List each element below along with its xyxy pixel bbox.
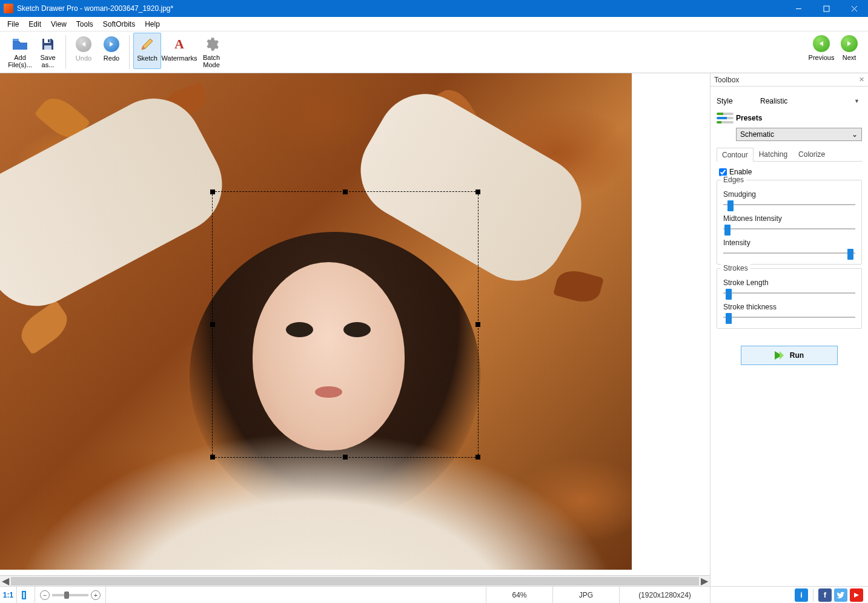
previous-button[interactable]: Previous [807, 33, 835, 69]
next-button[interactable]: Next [835, 33, 863, 69]
smudging-slider[interactable] [723, 200, 855, 209]
presets-dropdown[interactable]: Schematic ⌄ [736, 128, 862, 141]
scroll-right-button[interactable]: ▶ [699, 576, 710, 586]
presets-icon [717, 111, 734, 125]
toolbar: Add File(s)... Save as... Undo Redo Sket… [0, 31, 868, 73]
toolbox-header: Toolbox ✕ [711, 73, 868, 87]
redo-button[interactable]: Redo [98, 33, 125, 69]
edges-group: Edges Smudging Midtones Intensity Intens… [717, 180, 862, 265]
app-icon [4, 4, 13, 13]
selection-marquee[interactable] [212, 191, 479, 458]
run-button[interactable]: Run [741, 346, 838, 365]
window-title: Sketch Drawer Pro - woman-2003647_1920.j… [17, 4, 173, 13]
menu-tools[interactable]: Tools [71, 18, 98, 30]
handle-top-right[interactable] [475, 189, 480, 194]
watermarks-button[interactable]: A Watermarks [161, 33, 197, 69]
info-icon[interactable]: i [795, 588, 808, 602]
menubar: File Edit View Tools SoftOrbits Help [0, 17, 868, 31]
watermark-icon: A [171, 36, 188, 53]
pencil-icon [139, 36, 156, 53]
presets-label: Presets [736, 114, 762, 122]
stroke-thickness-slider[interactable] [723, 312, 855, 322]
canvas-area[interactable]: ◀ ▶ [0, 73, 711, 586]
zoom-in-button[interactable]: + [91, 590, 101, 600]
fit-to-window-icon[interactable] [22, 591, 26, 599]
minimize-button[interactable] [784, 0, 812, 17]
zoom-control: − + [35, 587, 106, 603]
twitter-icon[interactable] [834, 588, 847, 602]
add-files-button[interactable]: Add File(s)... [6, 33, 34, 69]
titlebar: Sketch Drawer Pro - woman-2003647_1920.j… [0, 0, 868, 17]
handle-bot-mid[interactable] [343, 455, 348, 460]
previous-icon [813, 35, 830, 52]
svg-rect-4 [13, 39, 19, 41]
svg-rect-7 [48, 39, 50, 42]
style-label: Style [717, 97, 747, 105]
batch-mode-button[interactable]: Batch Mode [197, 33, 225, 69]
scroll-track[interactable] [11, 576, 699, 586]
image-format: JPG [553, 587, 620, 603]
zoom-percent: 64% [486, 587, 553, 603]
strokes-group: Strokes Stroke Length Stroke thickness [717, 268, 862, 329]
handle-bot-right[interactable] [475, 455, 480, 460]
menu-softorbits[interactable]: SoftOrbits [98, 18, 140, 30]
sketch-button[interactable]: Sketch [133, 33, 161, 69]
statusbar: 1:1 − + 64% JPG (1920x1280x24) i f [0, 586, 868, 603]
run-arrow-icon [775, 351, 784, 360]
enable-checkbox[interactable]: Enable [719, 168, 862, 176]
folder-icon [12, 36, 28, 52]
gear-icon [203, 36, 220, 52]
settings-tabs: Contour Hatching Colorize [717, 147, 862, 162]
stroke-length-slider[interactable] [723, 288, 855, 298]
undo-button[interactable]: Undo [70, 33, 98, 69]
menu-help[interactable]: Help [140, 18, 165, 30]
svg-rect-6 [44, 45, 51, 50]
menu-edit[interactable]: Edit [24, 18, 46, 30]
handle-top-left[interactable] [210, 189, 215, 194]
redo-icon [103, 36, 120, 53]
close-button[interactable] [840, 0, 868, 17]
zoom-ratio[interactable]: 1:1 [3, 591, 13, 599]
handle-bot-left[interactable] [210, 455, 215, 460]
horizontal-scrollbar[interactable]: ◀ ▶ [0, 575, 710, 586]
next-icon [841, 35, 858, 52]
midtones-slider[interactable] [723, 224, 855, 234]
style-dropdown[interactable]: Realistic ▼ [758, 95, 862, 107]
scroll-thumb[interactable] [11, 577, 699, 585]
tab-contour[interactable]: Contour [717, 148, 754, 162]
facebook-icon[interactable]: f [818, 588, 832, 602]
save-as-button[interactable]: Save as... [34, 33, 62, 69]
tab-colorize[interactable]: Colorize [793, 147, 830, 161]
toolbox-close-button[interactable]: ✕ [859, 76, 864, 84]
tab-hatching[interactable]: Hatching [754, 147, 793, 161]
menu-file[interactable]: File [2, 18, 24, 30]
svg-rect-1 [824, 6, 829, 12]
menu-view[interactable]: View [46, 18, 71, 30]
handle-top-mid[interactable] [343, 189, 348, 194]
toolbox-panel: Toolbox ✕ Style Realistic ▼ Presets [711, 73, 868, 586]
maximize-button[interactable] [812, 0, 840, 17]
intensity-slider[interactable] [723, 248, 855, 258]
main-area: ◀ ▶ Toolbox ✕ Style Realistic ▼ [0, 73, 868, 586]
image-dimensions: (1920x1280x24) [620, 587, 711, 603]
save-icon [39, 36, 56, 52]
handle-mid-left[interactable] [210, 322, 215, 327]
handle-mid-right[interactable] [475, 322, 480, 327]
caret-down-icon: ⌄ [852, 130, 858, 139]
scroll-left-button[interactable]: ◀ [0, 576, 11, 586]
undo-icon [75, 36, 92, 53]
zoom-out-button[interactable]: − [40, 590, 50, 600]
youtube-icon[interactable] [850, 588, 863, 602]
caret-down-icon: ▼ [854, 98, 860, 104]
zoom-slider[interactable] [52, 594, 88, 596]
